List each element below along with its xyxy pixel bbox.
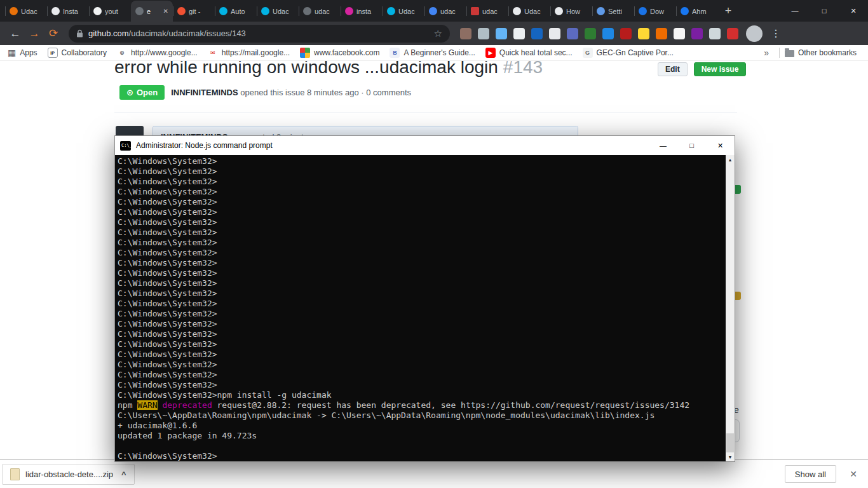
tab-strip: UdacInstayoute✕git -AutoUdacudacinstaUda… xyxy=(0,0,868,22)
terminal-line: C:\Windows\System32> xyxy=(118,370,723,380)
window-minimize-button[interactable]: — xyxy=(780,0,810,22)
bookmark-item[interactable]: BA Beginner's Guide... xyxy=(390,48,475,58)
extension-icon[interactable] xyxy=(496,28,507,39)
extension-icon[interactable] xyxy=(709,28,721,39)
scrollbar-thumb[interactable] xyxy=(726,433,734,452)
tab-udac[interactable]: Udac xyxy=(383,1,424,22)
tab-udac[interactable]: Udac xyxy=(257,1,299,22)
terminal-scrollbar[interactable]: ▲ ▼ xyxy=(726,155,735,461)
extension-icon[interactable] xyxy=(727,28,738,39)
extension-icon[interactable] xyxy=(620,28,632,39)
tab-udac[interactable]: udac xyxy=(466,1,508,22)
profile-avatar[interactable] xyxy=(746,25,763,42)
terminal-titlebar[interactable]: C:\_ Administrator: Node.js command prom… xyxy=(115,136,735,155)
bookmark-item[interactable]: ▶Quick heal total sec... xyxy=(485,48,573,58)
scroll-up-icon[interactable]: ▲ xyxy=(726,155,735,164)
extension-icon[interactable] xyxy=(549,28,560,39)
other-bookmarks-button[interactable]: Other bookmarks xyxy=(785,48,857,57)
tab-title: udac xyxy=(315,8,336,15)
bookmark-item[interactable]: ⊕http://www.google... xyxy=(117,48,198,58)
terminal-minimize-button[interactable]: — xyxy=(649,136,677,155)
bookmark-item[interactable]: IPCollaboratory xyxy=(48,48,107,58)
bookmark-item[interactable]: GGEC-Gn Captive Por... xyxy=(583,48,674,58)
terminal-line: C:\Windows\System32> xyxy=(118,349,723,360)
tab-close-icon[interactable]: ✕ xyxy=(163,8,168,15)
npm-prefix: npm xyxy=(118,400,137,410)
extension-icon[interactable] xyxy=(638,28,649,39)
download-item[interactable]: lidar-obstacle-dete....zip ^ xyxy=(2,464,135,485)
refresh-button[interactable]: ⟳ xyxy=(44,25,62,43)
edit-button[interactable]: Edit xyxy=(658,62,688,76)
terminal-line: C:\Users\~\AppData\Roaming\npm\udacimak … xyxy=(118,410,723,421)
show-all-downloads-button[interactable]: Show all xyxy=(785,465,836,483)
tab-title: Auto xyxy=(231,8,252,15)
new-issue-button[interactable]: New issue xyxy=(694,62,747,76)
bookmark-label: http://www.google... xyxy=(131,48,198,57)
terminal-maximize-button[interactable]: □ xyxy=(677,136,706,155)
extension-icon[interactable] xyxy=(460,28,471,39)
tab-udac[interactable]: udac xyxy=(424,1,466,22)
tab-udac[interactable]: udac xyxy=(299,1,341,22)
extension-icon[interactable] xyxy=(585,28,596,39)
tab-auto[interactable]: Auto xyxy=(215,1,257,22)
tab-dow[interactable]: Dow xyxy=(634,1,676,22)
window-controls: — □ ✕ xyxy=(780,0,868,22)
terminal-line: C:\Windows\System32> xyxy=(118,166,723,177)
tab-yout[interactable]: yout xyxy=(89,1,131,22)
issue-author-link[interactable]: INNFINITEMINDS xyxy=(171,88,238,97)
browser-toolbar: ← → ⟳ github.com/udacimak/udacimak/issue… xyxy=(0,22,868,45)
new-tab-button[interactable]: + xyxy=(719,2,737,20)
window-close-button[interactable]: ✕ xyxy=(839,0,868,22)
extension-icon[interactable] xyxy=(674,28,685,39)
back-button[interactable]: ← xyxy=(6,25,24,43)
tab-title: Udac xyxy=(398,8,420,15)
folder-icon xyxy=(785,50,794,57)
udacity-icon xyxy=(10,7,18,15)
browser-menu-icon[interactable]: ⋮ xyxy=(770,27,782,39)
extension-icon[interactable] xyxy=(513,28,525,39)
bookmark-item[interactable]: www.facebook.com xyxy=(300,48,379,58)
udacity-icon xyxy=(387,7,395,15)
terminal-line: C:\Windows\System32> xyxy=(118,217,723,227)
tab-e[interactable]: e✕ xyxy=(131,1,173,22)
address-bar[interactable]: github.com/udacimak/udacimak/issues/143 … xyxy=(69,25,450,43)
tab-title: Udac xyxy=(524,8,546,15)
extension-icon[interactable] xyxy=(531,28,543,39)
tab-setti[interactable]: Setti xyxy=(592,1,634,22)
issue-actions: Edit New issue xyxy=(658,62,746,76)
terminal-output[interactable]: C:\Windows\System32>C:\Windows\System32>… xyxy=(115,155,726,461)
terminal-line xyxy=(118,441,723,451)
forward-button[interactable]: → xyxy=(25,25,43,43)
tab-title: git - xyxy=(189,8,210,15)
download-bar-close-icon[interactable]: ✕ xyxy=(846,467,860,481)
tab-udac[interactable]: Udac xyxy=(508,1,550,22)
tab-insta[interactable]: Insta xyxy=(47,1,89,22)
download-icon xyxy=(639,7,647,15)
bookmarks-overflow-chevron[interactable]: » xyxy=(759,48,774,58)
tab-udac[interactable]: Udac xyxy=(5,1,47,22)
tab-insta[interactable]: insta xyxy=(341,1,383,22)
extension-icon[interactable] xyxy=(691,28,703,39)
bookmark-star-icon[interactable]: ☆ xyxy=(434,28,442,39)
extension-icon[interactable] xyxy=(602,28,614,39)
tab-git[interactable]: git - xyxy=(173,1,215,22)
tab-title: How xyxy=(566,8,588,15)
terminal-close-button[interactable]: ✕ xyxy=(706,136,735,155)
tab-title: e xyxy=(147,8,160,15)
terminal-line: C:\Windows\System32> xyxy=(118,288,723,299)
download-caret-icon[interactable]: ^ xyxy=(121,470,126,479)
minimize-icon: — xyxy=(792,7,799,15)
apps-shortcut[interactable]: ▦ Apps xyxy=(8,48,37,57)
tab-how[interactable]: How xyxy=(550,1,592,22)
tab-ahm[interactable]: Ahm xyxy=(676,1,718,22)
bookmark-item[interactable]: ✉https://mail.google... xyxy=(208,48,290,58)
window-maximize-button[interactable]: □ xyxy=(810,0,839,22)
extension-icon[interactable] xyxy=(478,28,489,39)
terminal-line: C:\Windows\System32>npm install -g udaci… xyxy=(118,390,723,400)
extension-icon[interactable] xyxy=(567,28,578,39)
bookmark-label: https://mail.google... xyxy=(222,48,290,57)
terminal-window[interactable]: C:\_ Administrator: Node.js command prom… xyxy=(114,135,735,462)
scroll-down-icon[interactable]: ▼ xyxy=(726,452,735,461)
tab-title: insta xyxy=(356,8,378,15)
extension-icon[interactable] xyxy=(656,28,667,39)
